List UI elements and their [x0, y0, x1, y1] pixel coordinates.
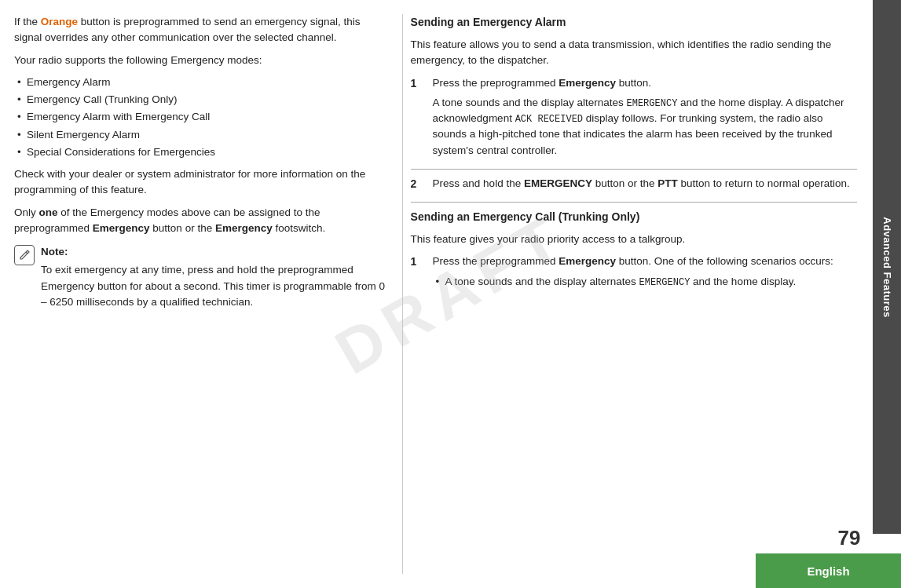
step2-number: 2	[411, 176, 423, 195]
note-box: Note: To exit emergency at any time, pre…	[14, 244, 386, 310]
section1-intro: This feature allows you to send a data t…	[411, 37, 857, 69]
page-number: 79	[838, 526, 861, 550]
left-column: If the Orange button is preprogrammed to…	[14, 14, 402, 574]
step1-main: Press the preprogrammed Emergency button…	[433, 75, 857, 91]
english-badge: English	[756, 553, 901, 588]
emergency-bold1: Emergency	[93, 222, 150, 234]
emergency-modes-list: Emergency Alarm Emergency Call (Trunking…	[14, 75, 386, 160]
emergency-mono2: EMERGENCY	[639, 277, 690, 288]
supports-paragraph: Your radio supports the following Emerge…	[14, 53, 386, 68]
step2-row: 2 Press and hold the EMERGENCY button or…	[411, 176, 857, 195]
emergency-mono: EMERGENCY	[627, 98, 678, 109]
side-tab: Advanced Features	[873, 0, 901, 534]
list-item: Emergency Alarm with Emergency Call	[14, 109, 386, 125]
orange-text: Orange	[41, 16, 78, 27]
pencil-icon	[18, 249, 31, 261]
section2-step1-content: Press the preprogrammed Emergency button…	[433, 254, 857, 293]
ack-received-mono: ACK RECEIVED	[515, 114, 583, 125]
step1-number: 1	[411, 75, 423, 163]
step2-main: Press and hold the EMERGENCY button or t…	[433, 176, 857, 192]
divider2	[411, 202, 857, 203]
note-content: Note: To exit emergency at any time, pre…	[41, 244, 386, 310]
note-title: Note:	[41, 244, 386, 260]
main-content: If the Orange button is preprogrammed to…	[0, 0, 873, 588]
intro-paragraph: If the Orange button is preprogrammed to…	[14, 14, 386, 46]
ptt-bold: PTT	[657, 177, 678, 189]
only-bold: one	[39, 206, 58, 218]
emergency-bold2: EMERGENCY	[524, 177, 592, 189]
section-emergency-call: Sending an Emergency Call (Trunking Only…	[411, 209, 857, 293]
emergency-bold2: Emergency	[215, 222, 273, 234]
list-item: Special Considerations for Emergencies	[14, 144, 386, 160]
section2-intro: This feature gives your radio priority a…	[411, 232, 857, 247]
list-item: Emergency Alarm	[14, 75, 386, 90]
english-label: English	[807, 564, 849, 578]
section2-sub-list: A tone sounds and the display alternates…	[433, 274, 857, 290]
only-paragraph: Only one of the Emergency modes above ca…	[14, 205, 386, 237]
step1-content: Press the preprogrammed Emergency button…	[433, 75, 857, 163]
step1-row: 1 Press the preprogrammed Emergency butt…	[411, 75, 857, 163]
section2-step1-row: 1 Press the preprogrammed Emergency butt…	[411, 254, 857, 293]
note-body: To exit emergency at any time, press and…	[41, 262, 386, 310]
section2-title: Sending an Emergency Call (Trunking Only…	[411, 209, 857, 225]
right-column: Sending an Emergency Alarm This feature …	[402, 14, 857, 574]
section2-step1-main: Press the preprogrammed Emergency button…	[433, 254, 857, 269]
step2-content: Press and hold the EMERGENCY button or t…	[433, 176, 857, 195]
section-emergency-alarm: Sending an Emergency Alarm This feature …	[411, 14, 857, 195]
note-icon	[14, 245, 35, 265]
emergency-bold: Emergency	[559, 77, 616, 89]
divider1	[411, 169, 857, 170]
side-tab-label: Advanced Features	[881, 217, 893, 317]
list-item: Emergency Call (Trunking Only)	[14, 92, 386, 108]
check-paragraph: Check with your dealer or system adminis…	[14, 166, 386, 199]
page-container: DRAFT Advanced Features English 79 If th…	[0, 0, 901, 588]
section2-step1-number: 1	[411, 254, 423, 293]
emergency-bold3: Emergency	[559, 255, 616, 267]
section1-title: Sending an Emergency Alarm	[411, 14, 857, 31]
list-item: Silent Emergency Alarm	[14, 127, 386, 143]
step1-detail: A tone sounds and the display alternates…	[433, 95, 857, 159]
page-number-container: 79	[826, 522, 873, 553]
sub-list-item: A tone sounds and the display alternates…	[433, 274, 857, 290]
